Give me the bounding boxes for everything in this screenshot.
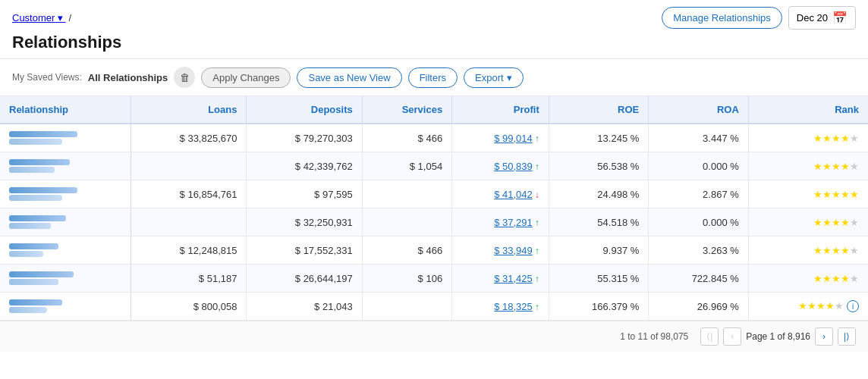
profit-cell[interactable]: $ 33,949↑ — [452, 236, 549, 265]
table-row: $ 800,058$ 21,043$ 18,325↑166.379 %26.96… — [0, 293, 868, 321]
breadcrumb-customer[interactable]: Customer ▾ — [12, 12, 66, 23]
delete-view-button[interactable]: 🗑 — [174, 67, 195, 88]
roa-cell: 26.969 % — [649, 293, 749, 321]
star-filled: ★ — [822, 189, 832, 200]
profit-cell[interactable]: $ 50,839↑ — [452, 152, 549, 180]
roe-cell: 56.538 % — [549, 152, 649, 180]
relationships-table: Relationship Loans Deposits Services Pro… — [0, 96, 868, 321]
col-header-roa[interactable]: ROA — [649, 96, 749, 124]
loans-cell: $ 16,854,761 — [131, 180, 247, 208]
profit-link[interactable]: $ 31,425 — [494, 273, 533, 284]
page-title: Relationships — [0, 33, 868, 58]
table-row: $ 33,825,670$ 79,270,303$ 466$ 99,014↑13… — [0, 124, 868, 152]
last-page-button[interactable]: |⟩ — [838, 327, 856, 346]
col-header-rank[interactable]: Rank — [748, 96, 868, 124]
profit-link[interactable]: $ 50,839 — [494, 161, 533, 172]
star-filled: ★ — [841, 189, 850, 200]
table-row: $ 32,250,931$ 37,291↑54.518 %0.000 %★★★★… — [0, 208, 868, 236]
pagination-info: 1 to 11 of 98,075 — [620, 331, 688, 342]
profit-cell[interactable]: $ 99,014↑ — [452, 124, 549, 152]
profit-cell[interactable]: $ 31,425↑ — [452, 265, 549, 293]
profit-cell[interactable]: $ 41,042↓ — [452, 180, 549, 208]
star-filled: ★ — [832, 273, 841, 284]
deposits-cell: $ 26,644,197 — [247, 265, 362, 293]
profit-cell[interactable]: $ 18,325↑ — [452, 293, 549, 321]
star-filled: ★ — [841, 273, 850, 284]
services-cell: $ 466 — [362, 236, 451, 265]
col-header-deposits[interactable]: Deposits — [247, 96, 362, 124]
table-row: $ 42,339,762$ 1,054$ 50,839↑56.538 %0.00… — [0, 152, 868, 180]
col-header-loans[interactable]: Loans — [131, 96, 247, 124]
roe-cell: 9.937 % — [549, 236, 649, 265]
services-cell: $ 106 — [362, 265, 451, 293]
trend-up-icon: ↑ — [535, 161, 539, 172]
loans-cell: $ 800,058 — [131, 293, 247, 321]
profit-link[interactable]: $ 41,042 — [494, 189, 533, 200]
all-relationships-label: All Relationships — [88, 72, 168, 83]
next-page-button[interactable]: › — [815, 327, 833, 346]
roa-cell: 0.000 % — [649, 208, 749, 236]
col-header-relationship[interactable]: Relationship — [0, 96, 131, 124]
profit-cell[interactable]: $ 37,291↑ — [452, 208, 549, 236]
relationship-cell[interactable] — [0, 152, 131, 180]
profit-link[interactable]: $ 37,291 — [494, 217, 533, 228]
date-picker-button[interactable]: Dec 20 📅 — [788, 6, 856, 30]
prev-page-button[interactable]: ‹ — [723, 327, 741, 346]
apply-changes-button[interactable]: Apply Changes — [201, 67, 291, 88]
profit-link[interactable]: $ 99,014 — [494, 133, 533, 144]
deposits-cell: $ 17,552,331 — [247, 236, 362, 265]
star-filled: ★ — [813, 273, 822, 284]
star-empty: ★ — [850, 133, 859, 144]
star-filled: ★ — [832, 217, 841, 228]
roa-cell: 722.845 % — [649, 265, 749, 293]
page-label: Page 1 of 8,916 — [746, 331, 810, 342]
loans-cell: $ 33,825,670 — [131, 124, 247, 152]
relationship-cell[interactable] — [0, 124, 131, 152]
services-cell: $ 1,054 — [362, 152, 451, 180]
star-filled: ★ — [813, 245, 822, 256]
table-container: Relationship Loans Deposits Services Pro… — [0, 96, 868, 321]
col-header-roe[interactable]: ROE — [549, 96, 649, 124]
roe-cell: 24.498 % — [549, 180, 649, 208]
trend-down-icon: ↓ — [535, 190, 539, 200]
star-filled: ★ — [822, 161, 832, 172]
calendar-icon: 📅 — [832, 11, 848, 25]
info-icon[interactable]: i — [847, 300, 859, 312]
star-filled: ★ — [813, 189, 822, 200]
services-cell — [362, 293, 451, 321]
star-filled: ★ — [841, 245, 850, 256]
deposits-cell: $ 21,043 — [247, 293, 362, 321]
rank-cell: ★★★★★ — [748, 152, 868, 180]
roe-cell: 54.518 % — [549, 208, 649, 236]
export-button[interactable]: Export ▾ — [464, 67, 524, 88]
deposits-cell: $ 97,595 — [247, 180, 362, 208]
table-row: $ 51,187$ 26,644,197$ 106$ 31,425↑55.315… — [0, 265, 868, 293]
col-header-services[interactable]: Services — [362, 96, 451, 124]
relationship-cell[interactable] — [0, 236, 131, 265]
relationship-cell[interactable] — [0, 293, 131, 321]
star-filled: ★ — [822, 133, 832, 144]
profit-link[interactable]: $ 18,325 — [494, 301, 533, 312]
trend-up-icon: ↑ — [535, 274, 539, 284]
relationship-cell[interactable] — [0, 265, 131, 293]
date-value: Dec 20 — [797, 12, 828, 23]
loans-cell: $ 12,248,815 — [131, 236, 247, 265]
roa-cell: 2.867 % — [649, 180, 749, 208]
relationship-cell[interactable] — [0, 208, 131, 236]
profit-link[interactable]: $ 33,949 — [494, 245, 533, 256]
table-row: $ 12,248,815$ 17,552,331$ 466$ 33,949↑9.… — [0, 236, 868, 265]
col-header-profit[interactable]: Profit — [452, 96, 549, 124]
first-page-button[interactable]: ⟨| — [700, 327, 719, 346]
relationship-cell[interactable] — [0, 180, 131, 208]
deposits-cell: $ 79,270,303 — [247, 124, 362, 152]
rank-cell: ★★★★★ — [748, 180, 868, 208]
trend-up-icon: ↑ — [535, 133, 539, 144]
trend-up-icon: ↑ — [535, 246, 539, 256]
top-actions: Manage Relationships Dec 20 📅 — [662, 6, 856, 30]
manage-relationships-button[interactable]: Manage Relationships — [662, 7, 782, 29]
trend-up-icon: ↑ — [535, 218, 539, 228]
toolbar: My Saved Views: All Relationships 🗑 Appl… — [0, 58, 868, 96]
table-row: $ 16,854,761$ 97,595$ 41,042↓24.498 %2.8… — [0, 180, 868, 208]
save-as-new-view-button[interactable]: Save as New View — [297, 67, 401, 88]
filters-button[interactable]: Filters — [408, 67, 458, 88]
